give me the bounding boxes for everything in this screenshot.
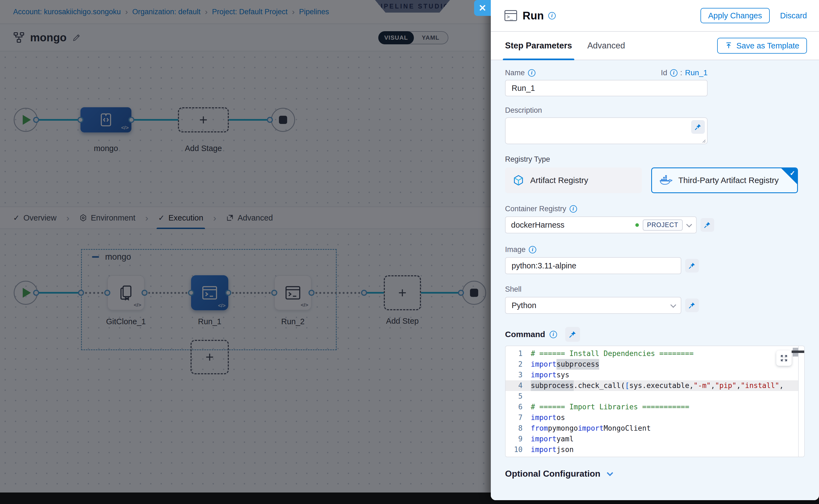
save-as-template-button[interactable]: Save as Template <box>717 38 807 54</box>
info-icon[interactable]: i <box>529 246 536 253</box>
code-line[interactable]: 8from pymongo import MongoClient <box>506 423 798 434</box>
info-icon[interactable]: i <box>550 331 557 338</box>
line-number: 5 <box>506 391 531 402</box>
discard-button[interactable]: Discard <box>780 11 807 20</box>
tab-execution[interactable]: ✓ Execution <box>158 207 203 229</box>
port-dot[interactable] <box>104 290 110 296</box>
step-group-header[interactable]: mongo <box>92 252 131 262</box>
step-node-gitclone-1[interactable]: </> <box>107 275 144 310</box>
add-step-below-node[interactable]: + <box>190 340 229 374</box>
add-stage-node[interactable]: + <box>178 107 229 132</box>
code-line[interactable]: 5 <box>506 391 798 402</box>
code-token: , <box>711 380 715 391</box>
shell-value: Python <box>512 301 671 310</box>
terminal-icon <box>285 285 301 300</box>
tab-step-parameters[interactable]: Step Parameters <box>505 31 572 60</box>
resize-handle[interactable] <box>701 138 706 143</box>
port-dot[interactable] <box>267 117 273 123</box>
line-number: 8 <box>506 423 531 434</box>
code-token: os <box>557 412 565 423</box>
code-line[interactable]: 4subprocess.check_call([sys.executable, … <box>506 380 798 391</box>
line-number: 9 <box>506 434 531 444</box>
expand-editor-button[interactable] <box>776 351 792 366</box>
optional-configuration-toggle[interactable]: Optional Configuration <box>505 469 805 479</box>
pin-icon <box>688 302 696 309</box>
git-clone-icon <box>117 284 134 301</box>
plus-icon: + <box>199 113 207 127</box>
port-dot[interactable] <box>33 290 39 296</box>
id-value[interactable]: Run_1 <box>685 68 708 77</box>
breadcrumb-project[interactable]: Project: Default Project <box>212 8 287 16</box>
info-icon[interactable]: i <box>670 69 678 77</box>
port-dot[interactable] <box>188 290 194 296</box>
code-line[interactable]: 10import json <box>506 444 798 455</box>
command-code-editor[interactable]: 1# ====== Install Dependencies ========2… <box>505 346 805 457</box>
image-field[interactable]: python:3.11-alpine <box>505 257 681 274</box>
port-dot[interactable] <box>77 117 83 123</box>
collapse-icon[interactable] <box>92 256 99 258</box>
tab-separator: › <box>213 213 216 223</box>
code-line[interactable]: 1# ====== Install Dependencies ======== <box>506 348 798 359</box>
shell-select[interactable]: Python <box>505 297 681 314</box>
tab-advanced-panel[interactable]: Advanced <box>588 31 625 60</box>
registry-option-third-party[interactable]: Third-Party Artifact Registry ✓ <box>651 167 798 193</box>
info-icon[interactable]: i <box>570 205 577 213</box>
edit-pencil-icon[interactable] <box>72 33 81 42</box>
port-dot[interactable] <box>458 290 464 296</box>
port-dot[interactable] <box>33 117 39 123</box>
pin-button[interactable] <box>685 299 699 312</box>
code-badge: </> <box>301 302 308 308</box>
port-dot[interactable] <box>141 290 147 296</box>
yaml-toggle-option[interactable]: YAML <box>413 31 449 44</box>
close-panel-button[interactable]: ✕ <box>474 0 491 16</box>
visual-toggle-option[interactable]: VISUAL <box>378 31 414 44</box>
chevron-down-icon[interactable] <box>686 221 692 227</box>
port-dot[interactable] <box>361 290 367 296</box>
port-dot[interactable] <box>128 117 134 123</box>
scrollbar-handle[interactable] <box>792 351 804 353</box>
optional-configuration-label: Optional Configuration <box>505 469 600 479</box>
port-dot[interactable] <box>78 290 84 296</box>
stage-node-mongo[interactable]: </> <box>80 107 131 132</box>
description-input[interactable] <box>505 117 708 144</box>
name-input[interactable] <box>505 80 708 96</box>
step-label[interactable]: Run_2 <box>281 317 304 326</box>
container-registry-field[interactable]: dockerHarness PROJECT <box>505 216 697 233</box>
breadcrumb-organization[interactable]: Organization: default <box>132 8 200 16</box>
apply-changes-button[interactable]: Apply Changes <box>701 8 770 23</box>
registry-option-artifact-registry[interactable]: Artifact Registry <box>505 167 642 193</box>
port-dot[interactable] <box>308 290 314 296</box>
tab-advanced[interactable]: Advanced <box>226 207 273 229</box>
code-line[interactable]: 9import yaml <box>506 434 798 444</box>
pin-button[interactable] <box>685 259 699 273</box>
code-line[interactable]: 2import subprocess <box>506 359 798 370</box>
info-icon[interactable]: i <box>528 69 536 77</box>
pin-button[interactable] <box>691 120 705 134</box>
breadcrumb-account[interactable]: Account: kurosakiichigo.songoku <box>13 8 121 16</box>
code-line[interactable]: 7import os <box>506 412 798 423</box>
breadcrumb-pipelines[interactable]: Pipelines <box>299 8 329 16</box>
tab-overview[interactable]: ✓ Overview <box>13 207 56 229</box>
code-token: import <box>531 412 557 423</box>
add-step-node[interactable]: + <box>384 275 421 310</box>
step-label[interactable]: GitClone_1 <box>106 317 146 326</box>
stage-label[interactable]: mongo <box>94 144 118 153</box>
add-stage-label[interactable]: Add Stage <box>185 144 222 153</box>
dotted-connector <box>228 292 274 294</box>
tab-environment[interactable]: Environment <box>79 207 135 229</box>
step-node-run-1[interactable]: </> <box>191 275 228 310</box>
info-icon[interactable]: i <box>548 12 556 19</box>
pin-icon <box>688 262 696 269</box>
pin-button[interactable] <box>565 327 580 342</box>
add-step-label[interactable]: Add Step <box>386 317 419 326</box>
port-dot[interactable] <box>271 290 277 296</box>
port-dot[interactable] <box>225 290 231 296</box>
code-token: import <box>531 359 557 370</box>
id-separator: : <box>680 68 682 77</box>
step-node-run-2[interactable]: </> <box>274 275 311 310</box>
step-label[interactable]: Run_1 <box>198 317 221 326</box>
panel-header: Run i Apply Changes Discard <box>491 0 819 32</box>
code-line[interactable]: 3import sys <box>506 370 798 380</box>
pin-button[interactable] <box>701 218 714 232</box>
code-line[interactable]: 6# ====== Import Libraries =========== <box>506 402 798 412</box>
